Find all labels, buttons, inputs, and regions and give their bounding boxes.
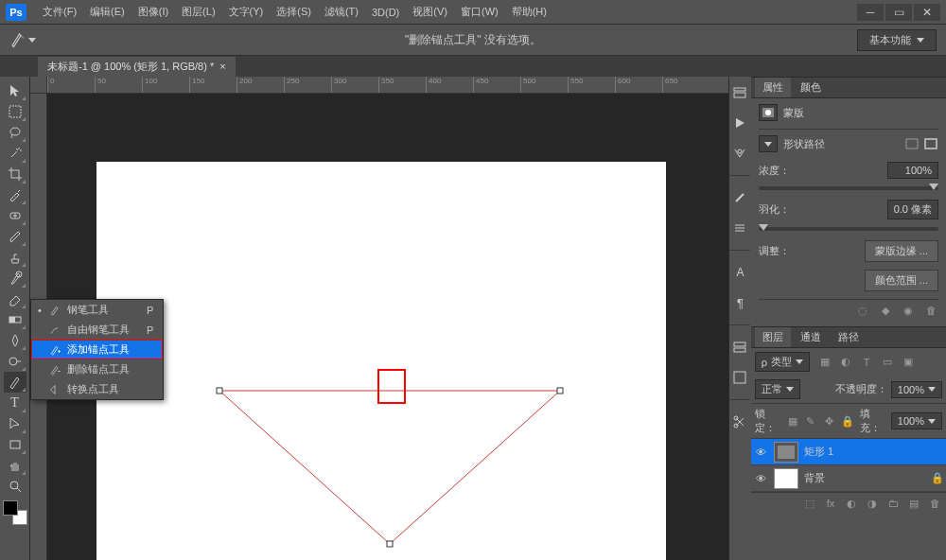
delete-mask-icon[interactable]: 🗑 xyxy=(923,304,938,317)
clone-stamp-tool[interactable] xyxy=(4,247,26,268)
tab-paths[interactable]: 路径 xyxy=(831,327,867,347)
color-range-button[interactable]: 颜色范围 ... xyxy=(865,270,938,291)
healing-brush-tool[interactable] xyxy=(4,205,26,226)
add-mask-icon[interactable]: ◐ xyxy=(844,497,859,510)
menu-layer[interactable]: 图层(L) xyxy=(175,2,221,22)
tab-layers[interactable]: 图层 xyxy=(755,327,791,347)
apply-mask-icon[interactable]: ◆ xyxy=(878,304,893,317)
visibility-icon[interactable]: 👁 xyxy=(755,446,768,458)
rectangle-tool[interactable] xyxy=(4,434,26,455)
strip-brush-icon[interactable] xyxy=(729,187,750,208)
menu-view[interactable]: 视图(V) xyxy=(406,2,454,22)
density-slider[interactable] xyxy=(759,186,938,190)
strip-paragraph-icon[interactable]: ¶ xyxy=(729,292,750,313)
vector-mask-icon[interactable] xyxy=(923,137,938,150)
feather-value[interactable]: 0.0 像素 xyxy=(887,200,938,219)
tab-properties[interactable]: 属性 xyxy=(755,78,791,97)
strip-channels-icon[interactable] xyxy=(729,367,750,388)
filter-pixel-icon[interactable]: ▦ xyxy=(817,356,832,369)
canvas[interactable] xyxy=(96,162,666,560)
brush-tool[interactable] xyxy=(4,226,26,247)
tab-close-icon[interactable]: × xyxy=(219,61,225,72)
new-layer-icon[interactable]: ▤ xyxy=(906,497,921,510)
zoom-tool[interactable] xyxy=(4,476,26,497)
strip-presets-icon[interactable] xyxy=(729,218,750,238)
layer-item[interactable]: 👁 背景 🔒 xyxy=(751,465,946,492)
new-group-icon[interactable]: 🗀 xyxy=(885,497,901,510)
lock-transparent-icon[interactable]: ▦ xyxy=(786,414,798,428)
close-button[interactable]: ✕ xyxy=(914,4,940,21)
strip-layers-icon[interactable] xyxy=(729,337,750,358)
layer-fx-icon[interactable]: fx xyxy=(823,497,838,510)
menu-window[interactable]: 窗口(W) xyxy=(454,2,505,22)
blur-tool[interactable] xyxy=(4,330,26,351)
fill-value[interactable]: 100% xyxy=(891,412,942,429)
opacity-value[interactable]: 100% xyxy=(891,381,942,398)
menu-select[interactable]: 选择(S) xyxy=(270,2,318,22)
type-tool[interactable]: T xyxy=(4,393,26,413)
menu-file[interactable]: 文件(F) xyxy=(36,2,83,22)
menu-type[interactable]: 文字(Y) xyxy=(222,2,271,22)
pixel-mask-icon[interactable] xyxy=(904,137,920,150)
mask-edge-button[interactable]: 蒙版边缘 ... xyxy=(865,240,938,262)
flyout-pen-tool[interactable]: • 钢笔工具 P xyxy=(31,300,163,320)
menu-image[interactable]: 图像(I) xyxy=(131,2,175,22)
minimize-button[interactable]: ─ xyxy=(857,4,884,21)
filter-smart-icon[interactable]: ▣ xyxy=(901,356,916,369)
foreground-swatch[interactable] xyxy=(3,500,18,516)
lock-all-icon[interactable]: 🔒 xyxy=(841,414,854,428)
tab-color[interactable]: 颜色 xyxy=(793,78,829,97)
lock-pixels-icon[interactable]: ✎ xyxy=(804,414,816,428)
flyout-freeform-pen-tool[interactable]: 自由钢笔工具 P xyxy=(31,320,163,340)
strip-history-icon[interactable] xyxy=(729,82,750,103)
layer-name[interactable]: 矩形 1 xyxy=(804,445,942,459)
load-selection-icon[interactable]: ◌ xyxy=(855,304,870,317)
menu-edit[interactable]: 编辑(E) xyxy=(83,2,131,22)
menu-filter[interactable]: 滤镜(T) xyxy=(318,2,365,22)
lasso-tool[interactable] xyxy=(4,122,26,143)
delete-layer-icon[interactable]: 🗑 xyxy=(927,497,942,510)
menu-help[interactable]: 帮助(H) xyxy=(505,2,553,22)
filter-type-icon[interactable]: T xyxy=(859,356,874,369)
strip-nav-icon[interactable] xyxy=(729,143,750,164)
magic-wand-tool[interactable] xyxy=(4,143,26,164)
menu-3d[interactable]: 3D(D) xyxy=(365,4,406,21)
current-tool-icon[interactable] xyxy=(9,29,36,50)
color-swatches[interactable] xyxy=(3,500,27,525)
hand-tool[interactable] xyxy=(4,455,26,476)
layer-filter-type[interactable]: ρ 类型 xyxy=(755,352,810,372)
layer-thumbnail[interactable] xyxy=(774,442,798,463)
strip-play-icon[interactable] xyxy=(729,113,750,133)
layer-thumbnail[interactable] xyxy=(774,468,798,489)
move-tool[interactable] xyxy=(4,80,26,101)
lock-position-icon[interactable]: ✥ xyxy=(822,414,834,428)
marquee-tool[interactable] xyxy=(4,101,26,122)
workspace-switcher[interactable]: 基本功能 xyxy=(857,29,937,51)
gradient-tool[interactable] xyxy=(4,309,26,330)
flyout-delete-anchor-tool[interactable]: 删除锚点工具 xyxy=(31,359,163,379)
path-selection-tool[interactable] xyxy=(4,413,26,434)
path-dropdown-icon[interactable] xyxy=(759,135,778,152)
flyout-add-anchor-tool[interactable]: 添加锚点工具 xyxy=(31,340,163,359)
tab-channels[interactable]: 通道 xyxy=(793,327,829,347)
filter-adjust-icon[interactable]: ◐ xyxy=(838,356,853,369)
feather-slider[interactable] xyxy=(759,227,938,231)
strip-scissors-icon[interactable] xyxy=(729,411,750,432)
visibility-icon[interactable]: 👁 xyxy=(755,473,768,484)
document-tab[interactable]: 未标题-1 @ 100% (矩形 1, RGB/8) * × xyxy=(38,57,236,77)
maximize-button[interactable]: ▭ xyxy=(885,4,912,21)
eyedropper-tool[interactable] xyxy=(4,184,26,205)
filter-shape-icon[interactable]: ▭ xyxy=(880,356,895,369)
link-layers-icon[interactable]: ⬚ xyxy=(802,497,817,510)
layer-item[interactable]: 👁 矩形 1 xyxy=(751,439,946,465)
crop-tool[interactable] xyxy=(4,164,26,184)
disable-mask-icon[interactable]: ◉ xyxy=(901,304,916,317)
history-brush-tool[interactable] xyxy=(4,268,26,289)
new-fill-icon[interactable]: ◑ xyxy=(865,497,880,510)
strip-character-icon[interactable]: A xyxy=(729,262,750,283)
flyout-convert-point-tool[interactable]: 转换点工具 xyxy=(31,379,163,399)
layer-name[interactable]: 背景 xyxy=(804,471,925,485)
eraser-tool[interactable] xyxy=(4,289,26,309)
pen-tool[interactable] xyxy=(4,372,26,393)
blend-mode-dropdown[interactable]: 正常 xyxy=(755,379,800,399)
